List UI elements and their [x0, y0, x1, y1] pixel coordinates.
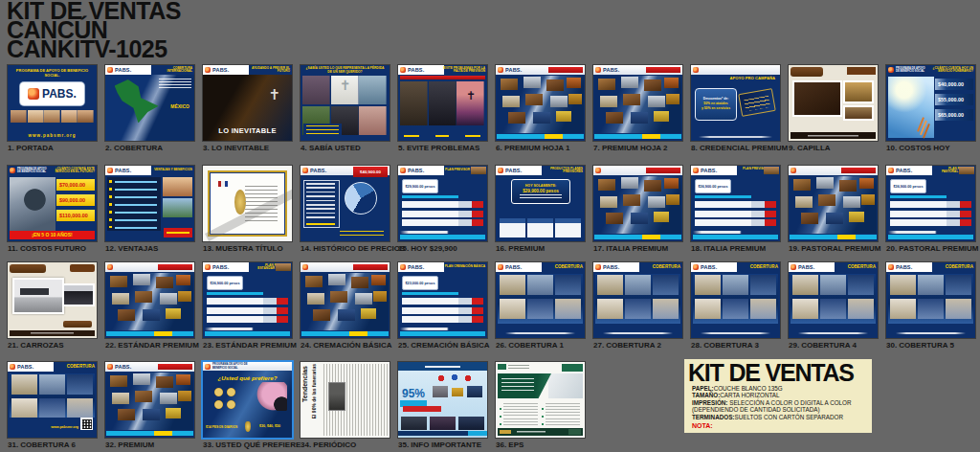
thumb-8-credencial-premium[interactable]: APOYO PRO CAMPAÑA Descuentos* de: 50% en… [691, 65, 780, 152]
slide-preview-estandar-plan: PABS.PLAN PREVISOR ESTÁNDAR PREMIUM $36,… [203, 262, 292, 338]
building-photos [595, 274, 680, 324]
thumb-16-premium[interactable]: PABS.PRODUCTOS PLANES PREVISORES HOY SOL… [496, 166, 585, 253]
slide-title: ¿CUÁNTO COSTARÁ ESTE SERVICIO EN EL FUTU… [53, 168, 95, 174]
slide-title: COBERTURA [750, 265, 778, 269]
slide-body: ¿Usted qué prefiere? $14 PESOS DIARIOS $… [203, 371, 292, 438]
thumbnail-caption: 20. PASTORAL PREMIUM [886, 244, 975, 253]
spec-line-tamano: TAMAÑO:CARTA HORIZONTAL [692, 392, 868, 398]
thumb-34-periodico[interactable]: Tendencias El 90% de las funerarias 34. … [301, 362, 390, 449]
brand-text: PROGRAMA DE APOYO DE BENEFICIO SOCIAL [896, 67, 929, 73]
price-callout: $40,900.00 [353, 167, 388, 177]
thumb-29-cobertura-4[interactable]: PABS.COBERTURA 29. COBERTURA 4 [789, 262, 878, 350]
building-photos [498, 274, 583, 324]
slide-preview-cobertura-4: PABS.COBERTURA [789, 262, 878, 338]
product-photos [301, 273, 389, 330]
thumbnail-caption: 21. CARROZAS [8, 341, 97, 350]
thumb-35-info-importante[interactable]: 95% 35. INFO IMPORTANTE [398, 362, 487, 449]
building-photo [276, 263, 291, 271]
thumbnail-caption: 31. COBERTURA 6 [8, 441, 97, 449]
thumb-11-costos-futuro[interactable]: PROGRAMA DE APOYO DE BENEFICIO SOCIAL¿CU… [8, 166, 97, 253]
thumb-7-premium-hoja-2[interactable]: PABS. 7. PREMIUM HOJA 2 [593, 65, 682, 152]
thumb-36-eps[interactable]: 36. EPS [496, 362, 585, 449]
headline: LO INEVITABLE [203, 126, 292, 135]
slide-title: ¿CUÁNTO CUESTA HOY UN SERVICIO FUNERARIO… [931, 67, 973, 74]
thumb-9-capilla[interactable]: 9. CAPILLA [789, 65, 878, 152]
thumb-33-usted-que-prefiere[interactable]: PROGRAMA DE APOYO DE BENEFICIO SOCIAL ¿U… [203, 362, 292, 449]
big-percentage: 95% [402, 387, 425, 400]
thumb-13-muestra-titulo[interactable]: 13. MUESTRA TÍTULO [203, 166, 292, 253]
thumb-19-pastoral-premium[interactable]: 19. PASTORAL PREMIUM [789, 166, 878, 253]
thumb-21-carrozas[interactable]: 21. CARROZAS [8, 262, 97, 350]
footer-strip [301, 331, 389, 336]
footer-strip [790, 235, 877, 239]
slide-preview-costos-futuro: PROGRAMA DE APOYO DE BENEFICIO SOCIAL¿CU… [8, 166, 97, 241]
thumbnail-caption: 29. COBERTURA 4 [789, 341, 878, 350]
discount-line-3: y 50% en servicios [702, 107, 730, 111]
pabs-band: PABS.EVITE PROBLEMAS POR LA FALTA DE PRE… [398, 65, 487, 75]
thumb-2-cobertura[interactable]: PABS.COBERTURA INTERNACIONAL MÉXICO 2. C… [105, 65, 194, 152]
spec-label: TERMINADOS: [692, 414, 734, 420]
thumb-15-hoy-29900[interactable]: PABS.PLAN PREVISOR PREMIUM $29,900.00 pe… [398, 166, 487, 253]
spec-line-impresion: IMPRESIÓN: SELECCIÓN A COLOR O DIGITAL A… [692, 399, 868, 406]
thumb-5-evite-problemas[interactable]: PABS.EVITE PROBLEMAS POR LA FALTA DE PRE… [398, 65, 487, 152]
thumb-4-sabia-usted[interactable]: ¿SABÍA USTED LO QUE REPRESENTA LA PÉRDID… [301, 65, 390, 152]
thumb-32-premium[interactable]: PABS. 32. PREMIUM [105, 362, 194, 449]
thumb-26-cobertura-1[interactable]: PABS.COBERTURA 26. COBERTURA 1 [496, 262, 585, 350]
thumb-18-italia-premium-plan[interactable]: PABS.PLAN PREVISOR ITALIA PREMIUM $36,90… [691, 166, 780, 253]
price-list: $70,000.00 $90,000.00 $110,000.00 [56, 179, 95, 225]
chapel-photo-top [843, 80, 874, 103]
thumb-6-premium-hoja-1[interactable]: PABS. 6. PREMIUM HOJA 1 [496, 65, 585, 152]
pabs-logo-icon [10, 364, 15, 370]
pabs-logo-icon [693, 264, 699, 270]
pabs-logo-icon [498, 168, 503, 173]
pabs-logo-icon [400, 67, 406, 73]
payment-table [890, 201, 971, 226]
thumbnail-caption: 19. PASTORAL PREMIUM [789, 244, 878, 253]
left-price-text: $14 PESOS DIARIOS [206, 426, 240, 430]
header-band [398, 362, 487, 371]
thumb-28-cobertura-3[interactable]: PABS.COBERTURA 28. COBERTURA 3 [691, 262, 780, 350]
footer-strip [594, 235, 681, 239]
thumbnail-caption: 14. HISTÓRICO DE PRECIOS [301, 244, 390, 253]
thumb-12-ventajas[interactable]: PABS.VENTAJAS Y BENEFICIOS 12. VENTAJAS [105, 166, 194, 253]
price-box: $36,900.00 pesos [890, 179, 926, 193]
thumb-14-historico-precios[interactable]: PABS. $40,900.00 14. HISTÓRICO DE PRECIO… [301, 166, 390, 253]
thumb-10-costos-hoy[interactable]: PROGRAMA DE APOYO DE BENEFICIO SOCIAL¿CU… [886, 65, 975, 152]
thumb-27-cobertura-2[interactable]: PABS.COBERTURA 27. COBERTURA 2 [593, 262, 682, 350]
chapel-photo-bottom [843, 105, 874, 121]
price-box: $36,900.00 pesos [695, 179, 731, 193]
pabs-logo-icon [595, 264, 601, 270]
thumb-23-estandar-premium-plan[interactable]: PABS.PLAN PREVISOR ESTÁNDAR PREMIUM $36,… [203, 262, 292, 350]
pabs-band: PABS.PRODUCTOS PLANES PREVISORES [496, 166, 585, 175]
pabs-logo-text: PABS. [798, 264, 814, 270]
pabs-logo-icon [205, 364, 211, 370]
thumb-31-cobertura-6[interactable]: PABS.COBERTURA www.pabsmr.org 31. COBERT… [8, 362, 97, 449]
thumb-20-pastoral-premium-plan[interactable]: PABS.PLAN PREVISOR PASTORAL PREMIUM $36,… [886, 166, 975, 253]
slide-title: COBERTURA [67, 365, 95, 369]
slide-preview-cobertura-2: PABS.COBERTURA [593, 262, 682, 338]
price-bar: $55,000.00 [935, 94, 973, 105]
thumb-24-cremacion-basica[interactable]: 24. CREMACIÓN BÁSICA [301, 262, 390, 350]
thumb-22-estandar-premium[interactable]: 22. ESTÁNDAR PREMIUM [105, 262, 194, 350]
pabs-band: PABS.COBERTURA [8, 362, 97, 372]
pabs-logo-icon [10, 168, 15, 173]
thumb-17-italia-premium[interactable]: 17. ITALIA PREMIUM [593, 166, 682, 253]
slide-preview-ventajas: PABS.VENTAJAS Y BENEFICIOS [105, 166, 194, 241]
thumb-1-portada[interactable]: PROGRAMA DE APOYO DE BENEFICIO SOCIAL. P… [8, 65, 97, 152]
certificate [208, 170, 287, 237]
footer-line [699, 136, 772, 138]
thumb-25-cremacion-basica-plan[interactable]: PABS.PLAN CREMACIÓN BÁSICA $23,000.00 pe… [398, 262, 487, 350]
thumbnail-caption: 23. ESTÁNDAR PREMIUM [203, 341, 292, 350]
thumbnail-caption: 17. ITALIA PREMIUM [593, 244, 682, 253]
thumb-3-lo-inevitable[interactable]: PABS.AYUDANDO A PREVER EL FUTURO ✝ LO IN… [203, 65, 292, 152]
thumbnail-caption: 16. PREMIUM [496, 244, 585, 253]
thumbnail-caption: 30. COBERTURA 5 [886, 341, 975, 350]
brand-text: PROGRAMA DE APOYO DE BENEFICIO SOCIAL [212, 363, 255, 369]
website-url: www.pabsmr.org [8, 133, 97, 138]
pabs-logo-icon [400, 168, 406, 173]
pabs-logo-text: PABS. [701, 168, 717, 173]
pabs-logo-text: PABS. [42, 87, 77, 101]
flag-mark [218, 181, 228, 187]
pabs-logo-text: PABS. [212, 264, 229, 270]
thumb-30-cobertura-5[interactable]: PABS.COBERTURA 30. COBERTURA 5 [886, 262, 975, 350]
